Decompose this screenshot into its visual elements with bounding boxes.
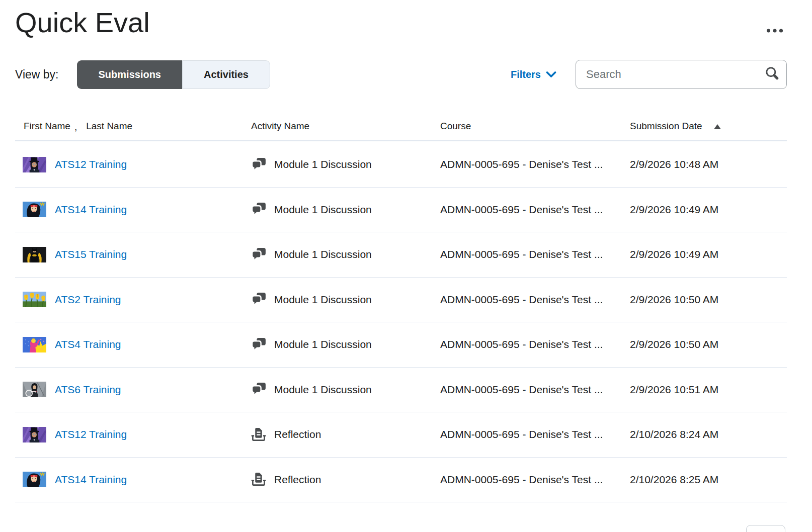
student-avatar [23,472,46,487]
activity-name: Reflection [274,428,321,440]
student-name-link[interactable]: ATS12 Training [55,158,127,170]
toolbar: View by: Submissions Activities Filters [15,60,787,89]
submission-date: 2/9/2026 10:51 AM [630,384,787,396]
activity-name: Reflection [274,474,321,486]
table-row: ATS12 Training Module 1 Discussion ADMN-… [15,142,787,188]
course-name: ADMN-0005-695 - Denise's Test ... [440,294,630,306]
table-row: ATS4 Training Module 1 Discussion ADMN-0… [15,322,787,368]
submission-date: 2/9/2026 10:50 AM [630,338,787,350]
table-row: ATS12 Training Reflection ADMN-0005-695 … [15,412,787,458]
table-row: ATS2 Training Module 1 Discussion ADMN-0… [15,278,787,323]
view-by-label: View by: [15,68,59,81]
student-avatar [23,157,46,172]
student-name-link[interactable]: ATS15 Training [55,248,127,260]
search-input[interactable] [576,60,787,89]
header-activity-name[interactable]: Activity Name [251,121,440,132]
submission-date: 2/9/2026 10:49 AM [630,248,787,260]
search-box [576,60,787,89]
activity-name: Module 1 Discussion [274,384,372,396]
student-name-link[interactable]: ATS2 Training [55,294,121,306]
activity-name: Module 1 Discussion [274,204,372,216]
header-course[interactable]: Course [440,121,630,132]
overflow-menu-button[interactable] [764,25,786,37]
student-name-link[interactable]: ATS12 Training [55,428,127,440]
student-avatar [23,427,46,442]
student-avatar [23,202,46,217]
student-avatar [23,247,46,262]
student-name-link[interactable]: ATS6 Training [55,384,121,396]
ellipsis-icon [766,28,784,33]
assignment-icon [251,472,267,487]
submission-date: 2/10/2026 8:25 AM [630,474,787,486]
page-title: Quick Eval [15,0,787,39]
sort-ascending-icon [713,124,721,130]
course-name: ADMN-0005-695 - Denise's Test ... [440,384,630,396]
filters-label: Filters [511,69,541,80]
table-row: ATS14 Training Module 1 Discussion ADMN-… [15,188,787,233]
student-avatar [23,292,46,307]
header-last-name[interactable]: Last Name [86,121,132,132]
header-first-name[interactable]: First Name [24,121,70,132]
submissions-table: ATS12 Training Module 1 Discussion ADMN-… [15,142,787,502]
student-name-link[interactable]: ATS4 Training [55,338,121,350]
course-name: ADMN-0005-695 - Denise's Test ... [440,428,630,440]
student-name-link[interactable]: ATS14 Training [55,204,127,216]
discussion-icon [251,247,267,262]
table-row: ATS15 Training Module 1 Discussion ADMN-… [15,232,787,278]
quick-eval-page: Quick Eval View by: Submissions Activiti… [0,0,812,532]
course-name: ADMN-0005-695 - Denise's Test ... [440,158,630,170]
table-header: First Name , Last Name Activity Name Cou… [15,112,787,141]
submission-date: 2/9/2026 10:48 AM [630,158,787,170]
student-avatar [23,337,46,352]
discussion-icon [251,292,267,307]
discussion-icon [251,337,267,352]
magnifier-icon [764,66,780,82]
submission-date: 2/10/2026 8:24 AM [630,428,787,440]
activity-name: Module 1 Discussion [274,248,372,260]
student-avatar [23,382,46,397]
discussion-icon [251,157,267,172]
course-name: ADMN-0005-695 - Denise's Test ... [440,474,630,486]
course-name: ADMN-0005-695 - Denise's Test ... [440,204,630,216]
student-name-link[interactable]: ATS14 Training [55,474,127,486]
course-name: ADMN-0005-695 - Denise's Test ... [440,248,630,260]
search-submit-button[interactable] [763,65,782,83]
tab-activities[interactable]: Activities [182,60,270,89]
submission-date: 2/9/2026 10:50 AM [630,294,787,306]
discussion-icon [251,382,267,397]
discussion-icon [251,202,267,217]
assignment-icon [251,427,267,442]
view-toggle: Submissions Activities [77,60,270,89]
course-name: ADMN-0005-695 - Denise's Test ... [440,338,630,350]
scroll-to-top-button-partial[interactable] [746,525,785,532]
header-submission-date[interactable]: Submission Date [630,121,702,132]
table-row: ATS14 Training Reflection ADMN-0005-695 … [15,458,787,503]
submission-date: 2/9/2026 10:49 AM [630,204,787,216]
chevron-down-icon [546,71,556,78]
activity-name: Module 1 Discussion [274,338,372,350]
activity-name: Module 1 Discussion [274,294,372,306]
table-row: ATS6 Training Module 1 Discussion ADMN-0… [15,368,787,413]
filters-button[interactable]: Filters [511,69,556,80]
tab-submissions[interactable]: Submissions [77,60,182,89]
activity-name: Module 1 Discussion [274,158,372,170]
header-name-separator: , [74,122,77,133]
